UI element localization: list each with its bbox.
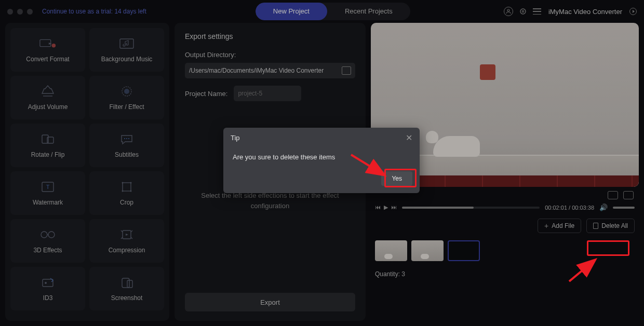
tool-screenshot[interactable]: Screenshot (89, 267, 164, 310)
trial-status[interactable]: Continue to use as a trial: 14 days left (42, 8, 146, 15)
tool-label: 3D Effects (33, 247, 62, 254)
gear-icon[interactable] (518, 7, 528, 16)
browse-folder-icon[interactable] (342, 66, 351, 75)
export-button[interactable]: Export (185, 293, 355, 311)
tab-new-project[interactable]: New Project (256, 3, 327, 20)
play-button[interactable]: ▶ (384, 204, 388, 211)
output-directory-label: Output Directory: (185, 51, 355, 59)
svg-point-2 (522, 10, 524, 12)
app-play-icon[interactable] (629, 8, 637, 15)
tool-label: Adjust Volume (28, 103, 68, 111)
svg-point-22 (48, 232, 55, 238)
id3-icon (39, 276, 57, 289)
add-file-button[interactable]: +Add File (538, 219, 581, 233)
tool-label: Background Music (101, 56, 153, 63)
dialog-message: Are you sure to delete these items (223, 148, 420, 171)
tool-watermark[interactable]: T Watermark (10, 171, 85, 215)
window-controls (7, 9, 33, 15)
confirm-delete-dialog: Tip ✕ Are you sure to delete these items… (223, 128, 420, 193)
thumbnail-strip (371, 237, 639, 261)
svg-point-1 (520, 9, 526, 14)
next-button[interactable]: ⏭ (391, 204, 397, 211)
plus-icon: + (544, 222, 548, 229)
tool-label: Rotate / Flip (31, 151, 65, 158)
app-title: iMyMac Video Converter (548, 8, 622, 16)
svg-rect-28 (127, 280, 132, 288)
timeline-slider[interactable] (402, 207, 540, 209)
fullscreen-icon[interactable] (623, 191, 634, 199)
svg-text:T: T (46, 184, 50, 190)
thumbnail-item[interactable] (411, 240, 444, 261)
tool-label: Screenshot (111, 294, 143, 302)
svg-point-0 (507, 9, 509, 11)
close-icon[interactable]: ✕ (406, 133, 412, 143)
watermark-icon: T (39, 180, 57, 194)
tool-subtitles[interactable]: Subtitles (89, 124, 164, 167)
trash-icon (593, 223, 598, 229)
tool-convert-format[interactable]: Convert Format (10, 28, 85, 72)
convert-format-icon (39, 37, 57, 50)
svg-point-12 (126, 138, 127, 139)
svg-point-11 (124, 138, 125, 139)
minimize-window-icon[interactable] (17, 9, 23, 15)
svg-rect-27 (122, 278, 129, 288)
output-directory-input[interactable] (189, 67, 339, 74)
player-controls: ⏮ ▶ ⏭ 00:02:01 / 00:03:38 🔊 (371, 203, 639, 211)
rotate-flip-icon (39, 132, 57, 146)
tool-filter-effect[interactable]: Filter / Effect (89, 76, 164, 119)
delete-all-button[interactable]: Delete All (586, 219, 635, 233)
tool-compression[interactable]: Compression (89, 219, 164, 263)
compression-icon (118, 228, 136, 241)
close-window-icon[interactable] (7, 9, 13, 15)
tab-recent-projects[interactable]: Recent Projects (327, 3, 410, 20)
camera-icon[interactable] (608, 191, 618, 199)
tool-3d-effects[interactable]: 3D Effects (10, 219, 85, 263)
tool-label: Subtitles (115, 151, 139, 158)
tool-label: Filter / Effect (109, 103, 144, 111)
tool-label: Convert Format (26, 56, 69, 63)
svg-point-13 (128, 138, 129, 139)
svg-rect-5 (120, 39, 133, 48)
volume-icon[interactable]: 🔊 (599, 203, 608, 211)
background-music-icon (118, 37, 136, 50)
adjust-volume-icon (39, 85, 57, 98)
project-name-input[interactable] (238, 90, 316, 97)
tool-crop[interactable]: Crop (89, 171, 164, 215)
user-icon[interactable] (504, 7, 513, 16)
tool-label: Watermark (33, 199, 63, 206)
dialog-title: Tip (231, 134, 240, 142)
svg-point-21 (41, 232, 47, 238)
filter-effect-icon (118, 85, 136, 98)
export-heading: Export settings (185, 32, 355, 40)
time-display: 00:02:01 / 00:03:38 (545, 205, 594, 211)
tool-label: Compression (109, 247, 145, 254)
tool-background-music[interactable]: Background Music (89, 28, 164, 72)
svg-point-4 (52, 44, 56, 48)
3d-effects-icon (39, 228, 57, 241)
screenshot-icon (118, 276, 136, 289)
tool-label: ID3 (43, 294, 53, 302)
svg-point-26 (45, 282, 47, 284)
tool-label: Crop (120, 199, 133, 206)
subtitles-icon (118, 132, 136, 146)
tool-adjust-volume[interactable]: Adjust Volume (10, 76, 85, 119)
svg-point-17 (122, 182, 124, 184)
svg-rect-16 (123, 183, 131, 191)
yes-button[interactable]: Yes (381, 171, 412, 186)
prev-button[interactable]: ⏮ (375, 204, 381, 211)
menu-icon[interactable] (533, 8, 541, 15)
svg-rect-25 (43, 279, 53, 287)
crop-icon (118, 180, 136, 194)
tool-id3[interactable]: ID3 (10, 267, 85, 310)
svg-point-18 (130, 182, 132, 184)
maximize-window-icon[interactable] (27, 9, 33, 15)
tool-rotate-flip[interactable]: Rotate / Flip (10, 124, 85, 167)
svg-point-8 (124, 89, 129, 94)
tool-sidebar: Convert Format Background Music Adjust V… (5, 23, 169, 321)
title-bar: Continue to use as a trial: 14 days left… (0, 0, 644, 23)
quantity-label: Quantity: 3 (371, 265, 639, 280)
thumbnail-item-selected[interactable] (448, 240, 480, 261)
svg-point-20 (130, 191, 132, 192)
volume-slider[interactable] (613, 207, 635, 209)
thumbnail-item[interactable] (375, 240, 407, 261)
